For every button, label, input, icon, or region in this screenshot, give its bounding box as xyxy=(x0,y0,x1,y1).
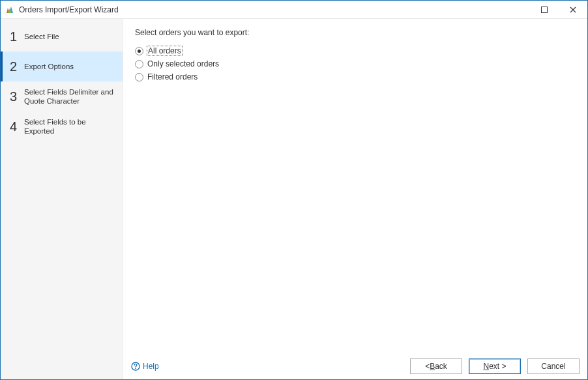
step-number: 1 xyxy=(10,29,22,44)
wizard-footer: Help < Back Next > Cancel xyxy=(123,353,587,379)
step-number: 2 xyxy=(10,59,22,74)
radio-label: Filtered orders xyxy=(147,72,198,81)
step-label: Select Fields to be Exported xyxy=(24,117,116,136)
cancel-button[interactable]: Cancel xyxy=(527,358,580,374)
wizard-main: Select orders you want to export: All or… xyxy=(123,19,587,379)
radio-selected-orders[interactable]: Only selected orders xyxy=(135,58,576,70)
radio-label: Only selected orders xyxy=(147,59,219,68)
radio-all-orders[interactable]: All orders xyxy=(135,45,576,57)
step-fields-to-export[interactable]: 4 Select Fields to be Exported xyxy=(1,111,123,141)
step-label: Export Options xyxy=(24,62,74,71)
wizard-content: Select orders you want to export: All or… xyxy=(123,19,587,353)
radio-filtered-orders[interactable]: Filtered orders xyxy=(135,71,576,83)
help-icon xyxy=(131,362,140,371)
wizard-body: 1 Select File 2 Export Options 3 Select … xyxy=(1,19,587,379)
window-title: Orders Import/Export Wizard xyxy=(19,5,530,14)
radio-label: All orders xyxy=(147,46,182,55)
close-button[interactable] xyxy=(559,1,587,19)
radio-icon xyxy=(135,73,143,81)
export-prompt: Select orders you want to export: xyxy=(135,28,576,37)
svg-point-2 xyxy=(135,368,136,370)
titlebar: Orders Import/Export Wizard xyxy=(1,1,587,19)
step-label: Select Fields Delimiter and Quote Charac… xyxy=(24,87,116,106)
radio-icon xyxy=(135,47,143,55)
step-number: 4 xyxy=(10,119,22,134)
step-export-options[interactable]: 2 Export Options xyxy=(1,51,123,81)
help-link[interactable]: Help xyxy=(131,362,159,371)
step-label: Select File xyxy=(24,32,59,41)
step-select-file[interactable]: 1 Select File xyxy=(1,22,123,51)
step-fields-delimiter[interactable]: 3 Select Fields Delimiter and Quote Char… xyxy=(1,81,123,111)
wizard-window: Orders Import/Export Wizard 1 Select Fil… xyxy=(0,0,588,380)
app-icon xyxy=(5,5,15,15)
back-button[interactable]: < Back xyxy=(410,358,462,374)
next-button[interactable]: Next > xyxy=(469,358,521,374)
wizard-steps-sidebar: 1 Select File 2 Export Options 3 Select … xyxy=(1,19,123,379)
help-label: Help xyxy=(143,362,159,371)
radio-icon xyxy=(135,60,143,68)
svg-rect-0 xyxy=(542,7,548,12)
step-number: 3 xyxy=(10,89,22,104)
maximize-button[interactable] xyxy=(530,1,559,19)
